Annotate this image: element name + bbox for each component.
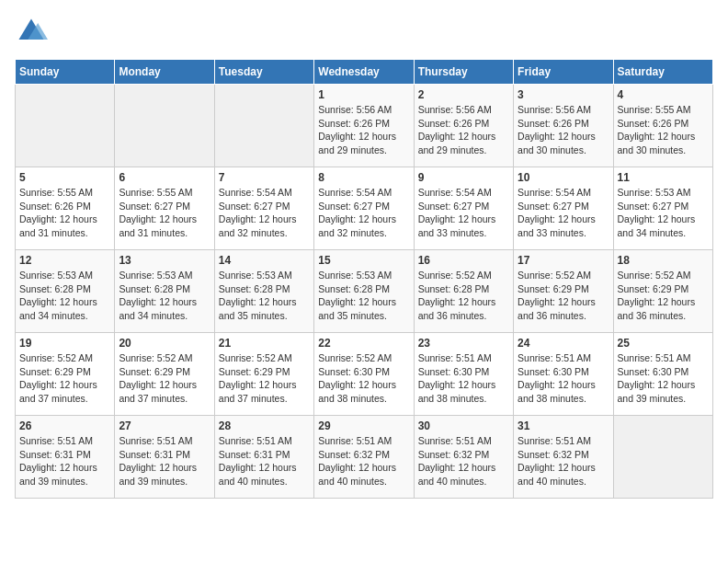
calendar-cell: 11Sunrise: 5:53 AM Sunset: 6:27 PM Dayli… xyxy=(613,167,712,250)
day-info: Sunrise: 5:53 AM Sunset: 6:28 PM Dayligh… xyxy=(318,269,409,323)
calendar-cell: 13Sunrise: 5:53 AM Sunset: 6:28 PM Dayli… xyxy=(115,250,214,333)
calendar-cell: 9Sunrise: 5:54 AM Sunset: 6:27 PM Daylig… xyxy=(414,167,513,250)
calendar-cell: 20Sunrise: 5:52 AM Sunset: 6:29 PM Dayli… xyxy=(115,333,214,416)
day-info: Sunrise: 5:51 AM Sunset: 6:32 PM Dayligh… xyxy=(418,434,509,488)
day-info: Sunrise: 5:52 AM Sunset: 6:30 PM Dayligh… xyxy=(318,351,409,406)
day-number: 30 xyxy=(418,419,509,432)
day-number: 16 xyxy=(418,254,509,267)
calendar-header: SundayMondayTuesdayWednesdayThursdayFrid… xyxy=(16,60,713,85)
calendar-cell: 31Sunrise: 5:51 AM Sunset: 6:32 PM Dayli… xyxy=(514,416,613,499)
day-number: 25 xyxy=(618,337,709,350)
day-number: 17 xyxy=(518,254,609,267)
calendar-cell: 4Sunrise: 5:55 AM Sunset: 6:26 PM Daylig… xyxy=(613,85,712,167)
day-number: 11 xyxy=(618,171,709,184)
day-info: Sunrise: 5:52 AM Sunset: 6:29 PM Dayligh… xyxy=(219,351,310,406)
calendar-cell: 12Sunrise: 5:53 AM Sunset: 6:28 PM Dayli… xyxy=(16,250,115,333)
day-number: 5 xyxy=(19,171,110,184)
calendar-table: SundayMondayTuesdayWednesdayThursdayFrid… xyxy=(15,59,713,499)
day-info: Sunrise: 5:51 AM Sunset: 6:31 PM Dayligh… xyxy=(119,434,210,488)
calendar-cell xyxy=(115,85,214,167)
day-info: Sunrise: 5:53 AM Sunset: 6:28 PM Dayligh… xyxy=(219,269,310,323)
day-info: Sunrise: 5:51 AM Sunset: 6:30 PM Dayligh… xyxy=(418,351,509,406)
calendar-cell: 27Sunrise: 5:51 AM Sunset: 6:31 PM Dayli… xyxy=(115,416,214,499)
calendar-week-5: 26Sunrise: 5:51 AM Sunset: 6:31 PM Dayli… xyxy=(16,416,713,499)
day-info: Sunrise: 5:52 AM Sunset: 6:28 PM Dayligh… xyxy=(418,269,509,323)
day-number: 3 xyxy=(518,88,609,101)
day-number: 8 xyxy=(318,171,409,184)
calendar-cell: 24Sunrise: 5:51 AM Sunset: 6:30 PM Dayli… xyxy=(514,333,613,416)
day-info: Sunrise: 5:55 AM Sunset: 6:26 PM Dayligh… xyxy=(618,103,709,157)
day-number: 18 xyxy=(618,254,709,267)
day-info: Sunrise: 5:51 AM Sunset: 6:32 PM Dayligh… xyxy=(518,434,609,488)
day-info: Sunrise: 5:54 AM Sunset: 6:27 PM Dayligh… xyxy=(318,186,409,240)
day-number: 6 xyxy=(119,171,210,184)
day-number: 29 xyxy=(318,419,409,432)
calendar-cell: 14Sunrise: 5:53 AM Sunset: 6:28 PM Dayli… xyxy=(214,250,313,333)
calendar-cell: 29Sunrise: 5:51 AM Sunset: 6:32 PM Dayli… xyxy=(314,416,414,499)
day-info: Sunrise: 5:51 AM Sunset: 6:31 PM Dayligh… xyxy=(219,434,310,488)
col-header-thursday: Thursday xyxy=(414,60,513,85)
day-info: Sunrise: 5:54 AM Sunset: 6:27 PM Dayligh… xyxy=(418,186,509,240)
day-number: 9 xyxy=(418,171,509,184)
day-info: Sunrise: 5:52 AM Sunset: 6:29 PM Dayligh… xyxy=(19,351,110,406)
calendar-body: 1Sunrise: 5:56 AM Sunset: 6:26 PM Daylig… xyxy=(16,85,713,499)
day-info: Sunrise: 5:53 AM Sunset: 6:28 PM Dayligh… xyxy=(19,269,110,323)
calendar-week-2: 5Sunrise: 5:55 AM Sunset: 6:26 PM Daylig… xyxy=(16,167,713,250)
calendar-cell: 7Sunrise: 5:54 AM Sunset: 6:27 PM Daylig… xyxy=(214,167,313,250)
col-header-wednesday: Wednesday xyxy=(314,60,414,85)
calendar-cell: 15Sunrise: 5:53 AM Sunset: 6:28 PM Dayli… xyxy=(314,250,414,333)
calendar-cell: 21Sunrise: 5:52 AM Sunset: 6:29 PM Dayli… xyxy=(214,333,313,416)
day-info: Sunrise: 5:55 AM Sunset: 6:27 PM Dayligh… xyxy=(119,186,210,240)
calendar-cell: 30Sunrise: 5:51 AM Sunset: 6:32 PM Dayli… xyxy=(414,416,513,499)
day-number: 26 xyxy=(19,419,110,432)
day-info: Sunrise: 5:52 AM Sunset: 6:29 PM Dayligh… xyxy=(618,269,709,323)
col-header-tuesday: Tuesday xyxy=(214,60,313,85)
calendar-week-1: 1Sunrise: 5:56 AM Sunset: 6:26 PM Daylig… xyxy=(16,85,713,167)
day-number: 21 xyxy=(219,337,310,350)
calendar-cell: 25Sunrise: 5:51 AM Sunset: 6:30 PM Dayli… xyxy=(613,333,712,416)
logo xyxy=(15,15,51,48)
col-header-friday: Friday xyxy=(514,60,613,85)
day-number: 22 xyxy=(318,337,409,350)
day-info: Sunrise: 5:51 AM Sunset: 6:30 PM Dayligh… xyxy=(518,351,609,406)
day-info: Sunrise: 5:51 AM Sunset: 6:31 PM Dayligh… xyxy=(19,434,110,488)
day-number: 4 xyxy=(618,88,709,101)
calendar-cell: 2Sunrise: 5:56 AM Sunset: 6:26 PM Daylig… xyxy=(414,85,513,167)
day-info: Sunrise: 5:52 AM Sunset: 6:29 PM Dayligh… xyxy=(119,351,210,406)
day-info: Sunrise: 5:56 AM Sunset: 6:26 PM Dayligh… xyxy=(318,103,409,157)
col-header-saturday: Saturday xyxy=(613,60,712,85)
day-info: Sunrise: 5:53 AM Sunset: 6:27 PM Dayligh… xyxy=(618,186,709,240)
day-info: Sunrise: 5:51 AM Sunset: 6:32 PM Dayligh… xyxy=(318,434,409,488)
day-info: Sunrise: 5:53 AM Sunset: 6:28 PM Dayligh… xyxy=(119,269,210,323)
day-number: 24 xyxy=(518,337,609,350)
day-number: 31 xyxy=(518,419,609,432)
calendar-cell xyxy=(613,416,712,499)
calendar-cell: 18Sunrise: 5:52 AM Sunset: 6:29 PM Dayli… xyxy=(613,250,712,333)
header-row: SundayMondayTuesdayWednesdayThursdayFrid… xyxy=(16,60,713,85)
calendar-cell: 17Sunrise: 5:52 AM Sunset: 6:29 PM Dayli… xyxy=(514,250,613,333)
calendar-cell: 6Sunrise: 5:55 AM Sunset: 6:27 PM Daylig… xyxy=(115,167,214,250)
logo-icon xyxy=(15,15,48,48)
calendar-week-3: 12Sunrise: 5:53 AM Sunset: 6:28 PM Dayli… xyxy=(16,250,713,333)
day-number: 15 xyxy=(318,254,409,267)
day-number: 10 xyxy=(518,171,609,184)
calendar-cell: 26Sunrise: 5:51 AM Sunset: 6:31 PM Dayli… xyxy=(16,416,115,499)
day-number: 23 xyxy=(418,337,509,350)
calendar-cell: 10Sunrise: 5:54 AM Sunset: 6:27 PM Dayli… xyxy=(514,167,613,250)
day-info: Sunrise: 5:51 AM Sunset: 6:30 PM Dayligh… xyxy=(618,351,709,406)
day-number: 7 xyxy=(219,171,310,184)
page-header xyxy=(15,15,713,48)
calendar-week-4: 19Sunrise: 5:52 AM Sunset: 6:29 PM Dayli… xyxy=(16,333,713,416)
day-number: 12 xyxy=(19,254,110,267)
calendar-cell: 1Sunrise: 5:56 AM Sunset: 6:26 PM Daylig… xyxy=(314,85,414,167)
day-info: Sunrise: 5:52 AM Sunset: 6:29 PM Dayligh… xyxy=(518,269,609,323)
day-number: 20 xyxy=(119,337,210,350)
calendar-cell: 19Sunrise: 5:52 AM Sunset: 6:29 PM Dayli… xyxy=(16,333,115,416)
calendar-cell: 22Sunrise: 5:52 AM Sunset: 6:30 PM Dayli… xyxy=(314,333,414,416)
calendar-cell: 3Sunrise: 5:56 AM Sunset: 6:26 PM Daylig… xyxy=(514,85,613,167)
day-number: 19 xyxy=(19,337,110,350)
day-number: 13 xyxy=(119,254,210,267)
day-info: Sunrise: 5:56 AM Sunset: 6:26 PM Dayligh… xyxy=(518,103,609,157)
col-header-sunday: Sunday xyxy=(16,60,115,85)
calendar-cell: 23Sunrise: 5:51 AM Sunset: 6:30 PM Dayli… xyxy=(414,333,513,416)
